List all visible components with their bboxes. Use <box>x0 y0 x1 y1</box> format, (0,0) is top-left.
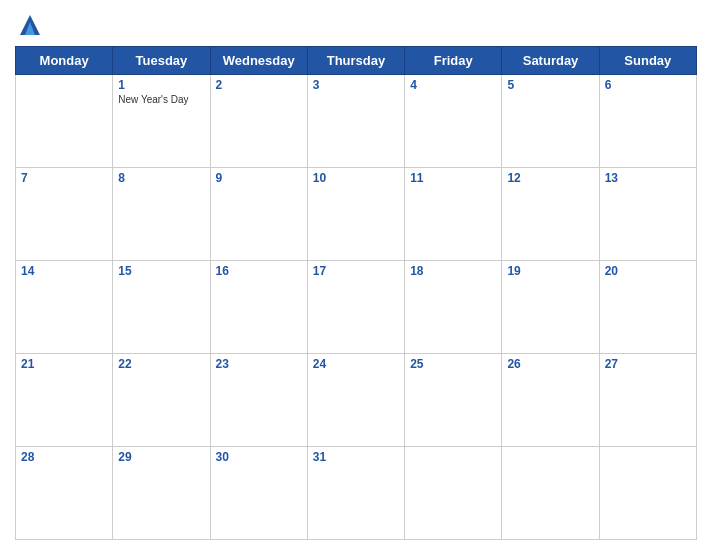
day-number: 18 <box>410 264 496 278</box>
calendar-day-cell: 7 <box>16 168 113 261</box>
calendar-day-cell: 9 <box>210 168 307 261</box>
calendar-day-cell: 8 <box>113 168 210 261</box>
day-number: 21 <box>21 357 107 371</box>
day-number: 25 <box>410 357 496 371</box>
day-of-week-header: Wednesday <box>210 47 307 75</box>
day-number: 17 <box>313 264 399 278</box>
day-number: 4 <box>410 78 496 92</box>
calendar-day-cell: 19 <box>502 261 599 354</box>
day-number: 27 <box>605 357 691 371</box>
day-number: 20 <box>605 264 691 278</box>
calendar-week-row: 78910111213 <box>16 168 697 261</box>
calendar-day-cell: 2 <box>210 75 307 168</box>
day-number: 30 <box>216 450 302 464</box>
logo-icon <box>15 10 45 40</box>
calendar-day-cell <box>16 75 113 168</box>
day-number: 28 <box>21 450 107 464</box>
day-of-week-header: Tuesday <box>113 47 210 75</box>
calendar-day-cell <box>599 447 696 540</box>
day-number: 29 <box>118 450 204 464</box>
calendar-day-cell: 11 <box>405 168 502 261</box>
day-number: 5 <box>507 78 593 92</box>
logo <box>15 10 49 40</box>
day-number: 23 <box>216 357 302 371</box>
day-number: 9 <box>216 171 302 185</box>
calendar-day-cell: 3 <box>307 75 404 168</box>
calendar-header-row: MondayTuesdayWednesdayThursdayFridaySatu… <box>16 47 697 75</box>
calendar-day-cell: 6 <box>599 75 696 168</box>
day-number: 1 <box>118 78 204 92</box>
day-of-week-header: Thursday <box>307 47 404 75</box>
calendar-day-cell: 14 <box>16 261 113 354</box>
day-of-week-header: Monday <box>16 47 113 75</box>
day-number: 6 <box>605 78 691 92</box>
calendar-day-cell: 23 <box>210 354 307 447</box>
day-number: 14 <box>21 264 107 278</box>
calendar-day-cell: 31 <box>307 447 404 540</box>
calendar-day-cell: 5 <box>502 75 599 168</box>
calendar-day-cell: 10 <box>307 168 404 261</box>
calendar-day-cell <box>502 447 599 540</box>
calendar-week-row: 21222324252627 <box>16 354 697 447</box>
calendar-day-cell: 15 <box>113 261 210 354</box>
day-of-week-header: Friday <box>405 47 502 75</box>
day-of-week-header: Saturday <box>502 47 599 75</box>
calendar-header <box>15 10 697 40</box>
day-number: 10 <box>313 171 399 185</box>
calendar-day-cell: 30 <box>210 447 307 540</box>
day-number: 3 <box>313 78 399 92</box>
calendar-week-row: 28293031 <box>16 447 697 540</box>
day-number: 8 <box>118 171 204 185</box>
calendar-day-cell: 18 <box>405 261 502 354</box>
calendar-day-cell: 12 <box>502 168 599 261</box>
day-of-week-header: Sunday <box>599 47 696 75</box>
calendar-day-cell: 21 <box>16 354 113 447</box>
calendar-day-cell: 17 <box>307 261 404 354</box>
calendar-body: 1New Year's Day2345678910111213141516171… <box>16 75 697 540</box>
calendar-day-cell: 4 <box>405 75 502 168</box>
holiday-label: New Year's Day <box>118 94 204 105</box>
calendar-day-cell: 13 <box>599 168 696 261</box>
calendar-day-cell: 25 <box>405 354 502 447</box>
calendar-day-cell: 29 <box>113 447 210 540</box>
day-number: 7 <box>21 171 107 185</box>
calendar-table: MondayTuesdayWednesdayThursdayFridaySatu… <box>15 46 697 540</box>
calendar-day-cell: 1New Year's Day <box>113 75 210 168</box>
calendar-day-cell: 24 <box>307 354 404 447</box>
calendar-week-row: 1New Year's Day23456 <box>16 75 697 168</box>
calendar-day-cell: 26 <box>502 354 599 447</box>
day-number: 16 <box>216 264 302 278</box>
calendar-week-row: 14151617181920 <box>16 261 697 354</box>
day-number: 19 <box>507 264 593 278</box>
day-number: 24 <box>313 357 399 371</box>
calendar-day-cell: 27 <box>599 354 696 447</box>
calendar-day-cell: 20 <box>599 261 696 354</box>
day-number: 11 <box>410 171 496 185</box>
days-of-week-row: MondayTuesdayWednesdayThursdayFridaySatu… <box>16 47 697 75</box>
calendar-day-cell: 22 <box>113 354 210 447</box>
day-number: 22 <box>118 357 204 371</box>
day-number: 2 <box>216 78 302 92</box>
day-number: 26 <box>507 357 593 371</box>
calendar-day-cell <box>405 447 502 540</box>
calendar-day-cell: 28 <box>16 447 113 540</box>
day-number: 31 <box>313 450 399 464</box>
day-number: 12 <box>507 171 593 185</box>
calendar-day-cell: 16 <box>210 261 307 354</box>
day-number: 15 <box>118 264 204 278</box>
day-number: 13 <box>605 171 691 185</box>
